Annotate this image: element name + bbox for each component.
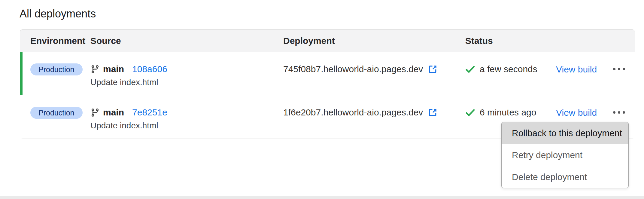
deployment-url: 745f08b7.helloworld-aio.pages.dev — [283, 64, 423, 74]
deployment-line: 745f08b7.helloworld-aio.pages.dev — [283, 63, 465, 75]
external-link-icon[interactable] — [428, 108, 437, 117]
page-title: All deployments — [0, 0, 644, 20]
more-options-button[interactable] — [610, 63, 628, 75]
view-build-link[interactable]: View build — [556, 107, 597, 119]
source-cell: main 108a606 Update index.html — [90, 52, 283, 95]
ellipsis-icon — [613, 111, 615, 114]
deployment-line: 1f6e20b7.helloworld-aio.pages.dev — [283, 106, 465, 119]
check-icon — [465, 64, 475, 74]
header-deployment: Deployment — [283, 36, 465, 46]
external-link-icon[interactable] — [428, 65, 437, 74]
header-source: Source — [90, 36, 283, 46]
source-line: main 108a606 — [90, 63, 283, 75]
more-options-button[interactable] — [610, 106, 628, 119]
view-build-link[interactable]: View build — [556, 63, 597, 75]
page-divider — [0, 196, 644, 199]
header-status: Status — [465, 36, 556, 46]
commit-message: Update index.html — [90, 78, 283, 87]
status-text: a few seconds — [480, 64, 537, 74]
environment-badge: Production — [30, 63, 83, 75]
status-line: 6 minutes ago — [465, 106, 556, 119]
git-branch-icon — [90, 65, 100, 74]
source-cell: main 7e8251e Update index.html — [90, 95, 283, 139]
status-cell: a few seconds — [465, 52, 556, 95]
environment-badge: Production — [30, 107, 83, 119]
deployments-page: All deployments Environment Source Deplo… — [0, 0, 644, 199]
status-line: a few seconds — [465, 63, 556, 75]
environment-cell: Production — [30, 95, 90, 139]
actions-cell — [610, 52, 635, 95]
menu-item-delete[interactable]: Delete deployment — [502, 166, 628, 188]
commit-link[interactable]: 7e8251e — [132, 107, 167, 118]
ellipsis-icon — [613, 68, 615, 70]
table-header: Environment Source Deployment Status — [20, 30, 635, 52]
deployment-context-menu: Rollback to this deployment Retry deploy… — [501, 122, 629, 188]
status-text: 6 minutes ago — [480, 107, 536, 118]
deployment-url: 1f6e20b7.helloworld-aio.pages.dev — [283, 107, 423, 118]
header-environment: Environment — [30, 36, 90, 46]
deployment-cell: 1f6e20b7.helloworld-aio.pages.dev — [283, 95, 465, 139]
environment-cell: Production — [30, 52, 90, 95]
branch-name: main — [103, 64, 124, 74]
commit-link[interactable]: 108a606 — [132, 64, 167, 74]
view-build-cell: View build — [556, 52, 610, 95]
source-line: main 7e8251e — [90, 106, 283, 119]
menu-item-retry[interactable]: Retry deployment — [502, 144, 628, 166]
menu-item-rollback[interactable]: Rollback to this deployment — [502, 122, 628, 144]
table-row-current-deployment: Production main 108a606 Update index.htm… — [20, 52, 635, 95]
git-branch-icon — [90, 108, 100, 117]
commit-message: Update index.html — [90, 121, 283, 130]
deployment-cell: 745f08b7.helloworld-aio.pages.dev — [283, 52, 465, 95]
check-icon — [465, 108, 475, 118]
branch-name: main — [103, 107, 124, 118]
